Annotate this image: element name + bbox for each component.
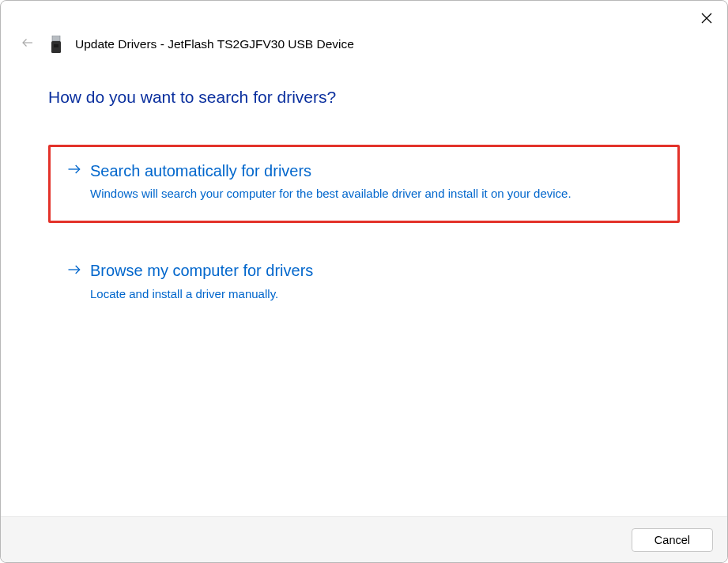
option-browse-computer[interactable]: Browse my computer for drivers Locate an… bbox=[48, 245, 680, 323]
close-button[interactable] bbox=[696, 7, 718, 29]
header-row: Update Drivers - JetFlash TS2GJFV30 USB … bbox=[1, 36, 727, 64]
svg-rect-5 bbox=[54, 44, 58, 47]
device-icon bbox=[50, 36, 62, 53]
option-head: Search automatically for drivers bbox=[66, 161, 660, 180]
option-description: Locate and install a driver manually. bbox=[66, 285, 572, 304]
dialog-footer: Cancel bbox=[1, 516, 727, 562]
back-arrow-icon bbox=[21, 36, 35, 53]
option-description: Windows will search your computer for th… bbox=[66, 185, 572, 203]
option-title: Browse my computer for drivers bbox=[90, 262, 313, 280]
back-button bbox=[20, 36, 36, 52]
prompt-heading: How do you want to search for drivers? bbox=[48, 88, 680, 107]
dialog-content: How do you want to search for drivers? S… bbox=[1, 64, 727, 516]
titlebar bbox=[1, 1, 727, 36]
close-icon bbox=[700, 12, 713, 25]
option-search-automatically[interactable]: Search automatically for drivers Windows… bbox=[48, 145, 680, 223]
option-head: Browse my computer for drivers bbox=[66, 262, 660, 281]
update-drivers-dialog: Update Drivers - JetFlash TS2GJFV30 USB … bbox=[0, 0, 728, 563]
option-title: Search automatically for drivers bbox=[90, 162, 311, 180]
arrow-right-icon bbox=[66, 161, 82, 180]
dialog-title: Update Drivers - JetFlash TS2GJFV30 USB … bbox=[75, 37, 354, 51]
svg-rect-3 bbox=[52, 36, 60, 41]
arrow-right-icon bbox=[66, 262, 82, 281]
cancel-button[interactable]: Cancel bbox=[632, 528, 713, 552]
